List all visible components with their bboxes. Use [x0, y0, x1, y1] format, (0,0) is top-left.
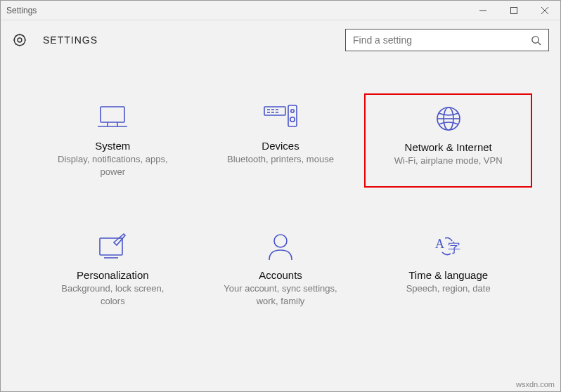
window-controls [468, 1, 560, 20]
search-box[interactable] [345, 29, 549, 51]
tile-system[interactable]: System Display, notifications, apps, pow… [29, 93, 197, 188]
window-title: Settings [1, 6, 468, 15]
settings-window: Settings SETTINGS [0, 0, 561, 392]
svg-text:A: A [435, 237, 444, 251]
tile-title: Personalization [77, 269, 149, 281]
svg-point-6 [532, 36, 539, 42]
tile-title: Time & language [408, 269, 488, 281]
tile-network-internet[interactable]: Network & Internet Wi-Fi, airplane mode,… [364, 93, 532, 188]
search-icon [531, 35, 541, 46]
page-title: SETTINGS [43, 34, 98, 46]
tile-accounts[interactable]: Accounts Your account, sync settings, wo… [197, 223, 365, 317]
minimize-button[interactable] [468, 1, 498, 20]
system-icon [96, 102, 129, 133]
svg-rect-12 [264, 107, 285, 115]
svg-line-7 [538, 42, 541, 45]
svg-point-5 [14, 34, 25, 46]
close-button[interactable] [529, 1, 560, 20]
globe-icon [434, 103, 463, 134]
tile-devices[interactable]: Devices Bluetooth, printers, mouse [197, 93, 365, 188]
svg-point-20 [291, 110, 294, 112]
personalization-icon [97, 231, 128, 262]
tile-title: Network & Internet [405, 141, 492, 153]
tile-sub: Your account, sync settings, work, famil… [221, 282, 340, 307]
tile-sub: Speech, region, date [406, 282, 491, 295]
tile-title: System [95, 140, 130, 152]
svg-point-27 [274, 235, 287, 247]
titlebar: Settings [1, 1, 560, 20]
tile-sub: Wi-Fi, airplane mode, VPN [394, 155, 503, 167]
watermark: wsxdn.com [516, 380, 555, 388]
svg-rect-1 [511, 7, 517, 13]
minimize-icon [479, 7, 486, 14]
tile-sub: Background, lock screen, colors [53, 282, 172, 307]
maximize-icon [510, 7, 517, 14]
tile-sub: Bluetooth, printers, mouse [227, 153, 334, 166]
tile-time-language[interactable]: A 字 Time & language Speech, region, date [364, 223, 532, 317]
settings-grid: System Display, notifications, apps, pow… [1, 51, 560, 317]
svg-rect-25 [100, 238, 122, 255]
svg-text:字: 字 [448, 241, 460, 255]
svg-rect-19 [288, 105, 297, 126]
header: SETTINGS [1, 20, 560, 51]
svg-rect-8 [101, 107, 124, 122]
tile-sub: Display, notifications, apps, power [53, 153, 172, 178]
search-container [345, 29, 549, 51]
svg-point-4 [18, 38, 22, 42]
tile-title: Devices [262, 140, 299, 152]
search-input[interactable] [353, 34, 531, 46]
maximize-button[interactable] [498, 1, 529, 20]
close-icon [541, 7, 548, 14]
time-language-icon: A 字 [432, 231, 465, 262]
gear-icon [12, 32, 27, 48]
devices-icon [263, 102, 298, 133]
svg-point-21 [290, 117, 295, 122]
tile-personalization[interactable]: Personalization Background, lock screen,… [29, 223, 197, 317]
tile-title: Accounts [259, 269, 302, 281]
accounts-icon [266, 231, 295, 262]
